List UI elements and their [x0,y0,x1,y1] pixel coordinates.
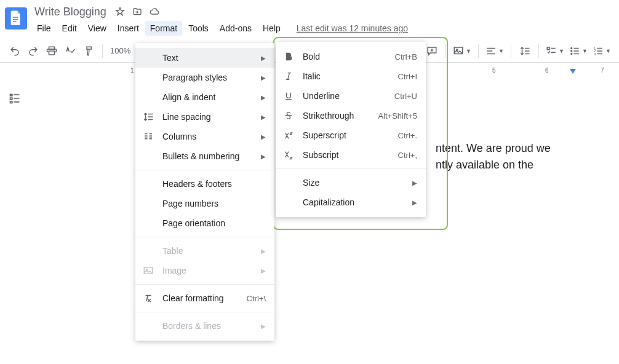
menu-edit[interactable]: Edit [57,21,82,36]
svg-point-9 [571,50,572,52]
chevron-right-icon: ▶ [261,55,266,61]
svg-rect-4 [49,51,55,55]
redo-button[interactable] [25,42,42,60]
chevron-right-icon: ▶ [261,267,266,274]
format-menu-paragraph-styles[interactable]: Paragraph styles ▶ [135,68,274,87]
svg-point-10 [571,53,572,54]
svg-rect-14 [10,94,12,96]
text-submenu-bold[interactable]: Bold Ctrl+B [276,47,426,66]
insert-image-button[interactable]: ▼ [451,42,473,60]
docs-logo[interactable] [5,7,27,30]
format-menu-text[interactable]: Text ▶ [135,48,274,68]
text-submenu-strikethrough[interactable]: Strikethrough Alt+Shift+5 [276,106,426,125]
clear-format-icon [142,292,155,304]
svg-text:3: 3 [594,52,596,55]
svg-point-8 [571,47,572,49]
outline-toggle-button[interactable] [7,91,22,106]
checklist-button[interactable]: ▼ [544,42,566,60]
cloud-status-icon[interactable] [150,7,159,17]
svg-rect-2 [13,21,17,22]
format-menu-image: Image ▶ [135,261,274,280]
move-icon[interactable] [132,7,142,17]
add-comment-button[interactable] [423,42,441,60]
format-menu-page-orientation[interactable]: Page orientation [135,213,274,233]
chevron-right-icon: ▶ [412,199,417,206]
format-menu-headers-footers[interactable]: Headers & footers [135,174,274,194]
menu-format[interactable]: Format [145,21,182,36]
text-submenu-superscript[interactable]: Superscript Ctrl+. [276,125,426,145]
menu-addons[interactable]: Add-ons [215,21,257,36]
format-menu-page-numbers[interactable]: Page numbers [135,194,274,213]
text-submenu-underline[interactable]: Underline Ctrl+U [276,86,426,106]
strikethrough-icon [282,109,295,122]
subscript-icon [282,149,295,161]
format-menu-borders-lines: Borders & lines ▶ [135,316,274,336]
format-menu-columns[interactable]: Columns ▶ [135,127,274,146]
svg-rect-16 [10,101,12,103]
text-submenu-italic[interactable]: Italic Ctrl+I [276,66,426,86]
chevron-right-icon: ▶ [261,248,266,255]
format-dropdown-menu: Text ▶ Paragraph styles ▶ Align & indent… [135,43,274,341]
svg-rect-15 [10,98,12,100]
text-submenu-size[interactable]: Size ▶ [276,173,426,192]
chevron-right-icon: ▶ [261,323,266,330]
menubar: File Edit View Insert Format Tools Add-o… [32,20,408,37]
format-menu-table: Table ▶ [135,241,274,261]
superscript-icon [282,129,295,141]
menu-help[interactable]: Help [258,21,286,36]
menu-view[interactable]: View [83,21,111,36]
svg-rect-0 [13,17,18,18]
format-menu-clear-formatting[interactable]: Clear formatting Ctrl+\ [135,288,274,308]
format-menu-bullets-numbering[interactable]: Bullets & numbering ▶ [135,146,274,166]
align-button[interactable]: ▼ [484,42,506,60]
svg-rect-7 [547,47,549,50]
star-icon[interactable] [115,7,125,17]
numbered-list-button[interactable]: 123▼ [591,42,613,60]
undo-button[interactable] [6,42,23,60]
bulleted-list-button[interactable]: ▼ [567,42,589,60]
format-menu-line-spacing[interactable]: Line spacing ▶ [135,107,274,127]
line-spacing-icon [142,111,155,123]
spellcheck-button[interactable] [62,42,79,60]
last-edit-link[interactable]: Last edit was 12 minutes ago [297,23,408,33]
blank-icon [142,52,155,64]
chevron-right-icon: ▶ [261,94,266,101]
format-menu-align-indent[interactable]: Align & indent ▶ [135,87,274,107]
print-button[interactable] [43,42,60,60]
underline-icon [282,90,295,102]
chevron-right-icon: ▶ [261,153,266,160]
bold-icon [282,50,295,63]
text-submenu-capitalization[interactable]: Capitalization ▶ [276,192,426,212]
chevron-right-icon: ▶ [261,74,266,81]
line-spacing-button[interactable] [516,42,533,60]
menu-file[interactable]: File [32,21,56,36]
columns-icon [142,130,155,143]
svg-rect-1 [13,19,18,20]
text-submenu-subscript[interactable]: Subscript Ctrl+, [276,145,426,165]
chevron-right-icon: ▶ [261,114,266,121]
chevron-right-icon: ▶ [412,180,417,186]
document-title[interactable]: Write Blogging [32,6,109,18]
text-submenu: Bold Ctrl+B Italic Ctrl+I Underline Ctrl… [276,42,426,217]
italic-icon [282,70,295,82]
paint-format-button[interactable] [80,42,97,60]
menu-insert[interactable]: Insert [113,21,144,36]
menu-tools[interactable]: Tools [183,21,214,36]
document-body-text[interactable]: ntent. We are proud we ntly available on… [436,140,551,173]
image-icon [142,264,155,277]
right-indent-marker[interactable] [570,69,576,75]
chevron-right-icon: ▶ [261,133,266,140]
